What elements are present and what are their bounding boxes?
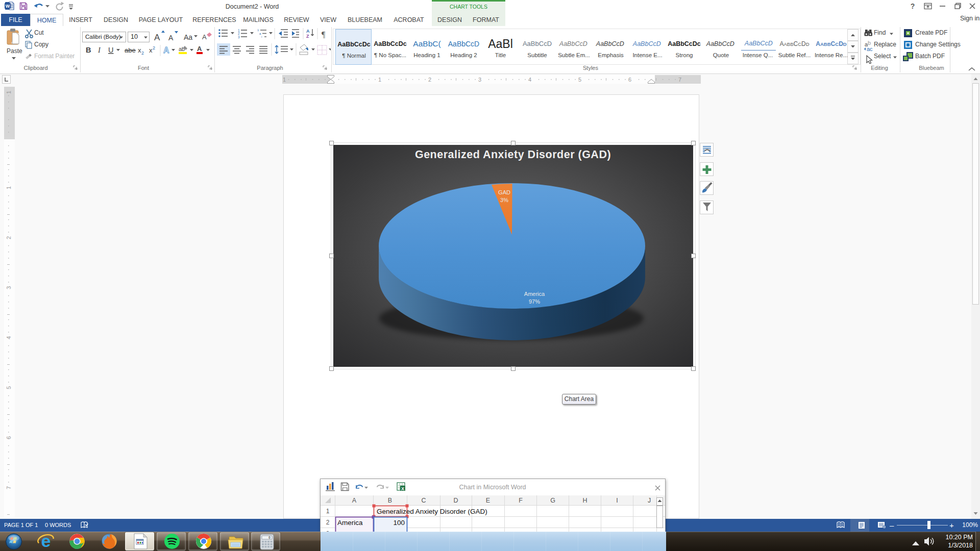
- svg-text:U: U: [108, 46, 113, 54]
- svg-text:E: E: [486, 497, 490, 504]
- svg-text:5: 5: [578, 77, 581, 83]
- svg-text:1: 1: [283, 77, 286, 83]
- svg-text:4: 4: [528, 77, 531, 83]
- svg-text:A: A: [306, 29, 310, 34]
- svg-text:W: W: [6, 4, 10, 9]
- svg-text:A: A: [154, 33, 160, 42]
- svg-text:x: x: [138, 46, 141, 54]
- svg-text:Z: Z: [306, 34, 309, 39]
- svg-text:Aa: Aa: [184, 33, 192, 41]
- svg-text:2: 2: [153, 45, 155, 51]
- svg-text:I: I: [616, 497, 618, 504]
- svg-text:1: 1: [6, 186, 12, 189]
- svg-text:a: a: [259, 32, 261, 35]
- svg-text:A: A: [163, 46, 169, 55]
- svg-text:X: X: [401, 486, 404, 491]
- svg-text:6: 6: [6, 436, 12, 439]
- svg-text:B: B: [388, 497, 392, 504]
- svg-text:0: 0: [268, 536, 271, 540]
- svg-text:7: 7: [678, 77, 681, 83]
- svg-text:A: A: [352, 497, 357, 504]
- svg-text:?: ?: [911, 2, 915, 10]
- svg-text:C: C: [421, 497, 426, 504]
- svg-text:97%: 97%: [529, 298, 540, 305]
- svg-text:2: 2: [6, 236, 12, 239]
- svg-text:ac: ac: [867, 46, 873, 52]
- svg-text:7: 7: [6, 486, 12, 489]
- svg-text:D: D: [453, 497, 458, 504]
- svg-text:3: 3: [6, 286, 12, 289]
- svg-text:1: 1: [6, 91, 12, 94]
- svg-text:100: 100: [393, 519, 405, 527]
- svg-text:America: America: [524, 291, 545, 297]
- svg-text:Generalized Anxiety Disorder (: Generalized Anxiety Disorder (GAD): [415, 148, 611, 161]
- svg-text:2: 2: [141, 51, 144, 56]
- svg-text:2: 2: [428, 77, 431, 83]
- svg-text:6: 6: [628, 77, 631, 83]
- svg-text:b: b: [868, 40, 871, 46]
- svg-text:3: 3: [238, 35, 240, 39]
- svg-text:I: I: [97, 46, 101, 54]
- svg-text:B: B: [86, 46, 91, 54]
- svg-text:America: America: [337, 519, 363, 527]
- svg-text:3%: 3%: [500, 197, 508, 203]
- svg-text:3: 3: [478, 77, 481, 83]
- svg-text:1: 1: [257, 29, 259, 32]
- svg-text:2: 2: [326, 519, 330, 526]
- svg-text:A: A: [202, 33, 207, 41]
- svg-text:A: A: [168, 34, 174, 42]
- svg-text:J: J: [648, 497, 651, 504]
- svg-text:x: x: [149, 46, 153, 54]
- svg-text:GAD: GAD: [498, 189, 510, 195]
- svg-text:abe: abe: [125, 46, 136, 54]
- svg-text:A: A: [197, 45, 202, 53]
- svg-text:5: 5: [6, 386, 12, 389]
- svg-text:1: 1: [326, 508, 330, 515]
- svg-text:F: F: [519, 497, 523, 504]
- svg-text:H: H: [582, 497, 587, 504]
- svg-text:i: i: [261, 35, 262, 38]
- svg-text:1: 1: [378, 77, 381, 83]
- svg-text:G: G: [550, 497, 555, 504]
- svg-text:¶: ¶: [322, 30, 326, 39]
- svg-text:Generalized Anxiety Disorder (: Generalized Anxiety Disorder (GAD): [377, 508, 487, 515]
- svg-text:4: 4: [6, 336, 12, 339]
